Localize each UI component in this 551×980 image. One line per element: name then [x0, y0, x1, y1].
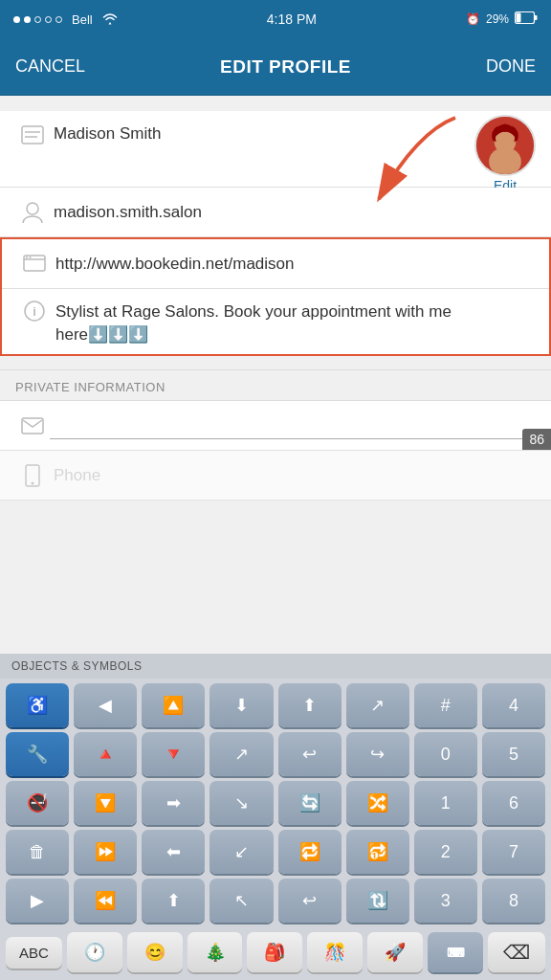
page-title: EDIT PROFILE — [220, 56, 351, 78]
kb-symbols-icon[interactable]: ⌨ — [428, 932, 483, 972]
emoji-key-return-arrow-r[interactable]: ↪ — [346, 732, 409, 776]
status-left: Bell — [13, 11, 118, 28]
kb-celebration-icon[interactable]: 🎊 — [307, 932, 363, 972]
signal-dot-4 — [45, 16, 52, 23]
emoji-key-left-arrow-2[interactable]: ⬅ — [142, 830, 205, 874]
svg-point-13 — [30, 256, 32, 258]
emoji-key-cycle[interactable]: 🔄 — [278, 781, 342, 825]
status-bar: Bell 4:18 PM ⏰ 29% — [0, 0, 551, 38]
emoji-key-down-arrow[interactable]: ⬇ — [209, 683, 273, 727]
battery-percent: 29% — [486, 12, 509, 26]
kb-activity-icon[interactable]: 🎒 — [247, 932, 302, 972]
phone-value[interactable]: Phone — [50, 466, 536, 485]
emoji-key-se-arrow[interactable]: ↘ — [209, 781, 273, 825]
emoji-key-0[interactable]: 0 — [414, 732, 477, 776]
emoji-key-3[interactable]: 3 — [414, 879, 477, 923]
delete-key[interactable]: ⌫ — [488, 932, 545, 972]
battery-icon — [515, 11, 538, 27]
emoji-grid: ♿ ◀ 🔼 ⬇ ⬆ ↗ # 4 🔧 🔺 🔻 ↗ ↩ ↪ 0 5 🚭 🔽 ➡ ↘ … — [0, 679, 551, 927]
svg-text:i: i — [33, 304, 36, 319]
private-section-label: PRIVATE INFORMATION — [15, 380, 165, 394]
cancel-button[interactable]: CANCEL — [15, 56, 85, 77]
emoji-key-ne-arrow-2[interactable]: ↗ — [209, 732, 273, 776]
name-icon — [15, 124, 50, 145]
email-value[interactable] — [50, 412, 536, 439]
emoji-key-right-arrow[interactable]: ➡ — [142, 781, 205, 825]
emoji-key-hash[interactable]: # — [414, 683, 477, 727]
emoji-key-8[interactable]: 8 — [482, 879, 545, 923]
emoji-key-play[interactable]: ▶ — [6, 879, 69, 923]
emoji-key-7[interactable]: 7 — [482, 830, 545, 874]
svg-rect-1 — [534, 15, 537, 20]
emoji-key-6[interactable]: 6 — [482, 781, 545, 825]
bio-field-row[interactable]: i Stylist at Rage Salons. Book your appo… — [2, 289, 549, 354]
emoji-key-fast-forward[interactable]: ⏩ — [74, 830, 137, 874]
kb-tree-icon[interactable]: 🎄 — [187, 932, 243, 972]
alarm-icon: ⏰ — [466, 12, 480, 26]
username-value[interactable]: madison.smith.salon — [50, 203, 536, 222]
emoji-key-up-red-triangle[interactable]: 🔺 — [74, 732, 137, 776]
nav-bar: CANCEL EDIT PROFILE DONE — [0, 38, 551, 96]
status-time: 4:18 PM — [267, 11, 317, 27]
keyboard-section-label: OBJECTS & SYMBOLS — [0, 654, 551, 679]
emoji-key-repeat[interactable]: 🔁 — [278, 830, 342, 874]
emoji-key-no-smoking[interactable]: 🚭 — [6, 781, 69, 825]
emoji-key-redo[interactable]: 🔃 — [346, 879, 409, 923]
phone-field-row[interactable]: Phone — [0, 451, 551, 501]
emoji-key-1[interactable]: 1 — [414, 781, 477, 825]
keyboard-container: OBJECTS & SYMBOLS ♿ ◀ 🔼 ⬇ ⬆ ↗ # 4 🔧 🔺 🔻 … — [0, 654, 551, 980]
website-value[interactable]: http://www.bookedin.net/madison — [52, 255, 534, 274]
bio-value[interactable]: Stylist at Rage Salons. Book your appoin… — [52, 301, 534, 346]
signal-dot-1 — [13, 16, 20, 23]
emoji-key-sw-arrow[interactable]: ↙ — [209, 830, 273, 874]
name-value[interactable]: Madison Smith — [50, 124, 536, 144]
emoji-key-2[interactable]: 2 — [414, 830, 477, 874]
username-field-row: madison.smith.salon — [0, 188, 551, 237]
svg-point-9 — [27, 203, 38, 214]
emoji-key-5[interactable]: 5 — [482, 732, 545, 776]
emoji-key-return-arrow[interactable]: ↩ — [278, 732, 342, 776]
kb-emoji-icon[interactable]: 😊 — [127, 932, 183, 972]
emoji-key-up-triangle[interactable]: 🔼 — [142, 683, 205, 727]
char-count-badge: 86 — [522, 429, 551, 450]
private-section-header: PRIVATE INFORMATION — [0, 369, 551, 401]
signal-dot-5 — [55, 16, 62, 23]
emoji-key-down-red-triangle[interactable]: 🔻 — [142, 732, 205, 776]
website-field-row[interactable]: http://www.bookedin.net/madison — [2, 239, 549, 289]
svg-rect-2 — [516, 13, 520, 23]
emoji-key-shuffle[interactable]: 🔀 — [346, 781, 409, 825]
emoji-key-rewind[interactable]: ⏪ — [74, 879, 137, 923]
emoji-key-4[interactable]: 4 — [482, 683, 545, 727]
email-icon — [15, 417, 50, 434]
status-right: ⏰ 29% — [466, 11, 538, 27]
emoji-key-repeat-once[interactable]: 🔂 — [346, 830, 409, 874]
emoji-key-wheelchair[interactable]: ♿ — [6, 683, 69, 727]
username-icon — [15, 201, 50, 224]
emoji-key-up-arrow[interactable]: ⬆ — [278, 683, 342, 727]
svg-point-12 — [26, 256, 28, 258]
svg-rect-17 — [22, 418, 43, 434]
emoji-key-left-arrow[interactable]: ◀ — [74, 683, 137, 727]
avatar-area: Edit — [474, 115, 536, 193]
bio-icon: i — [17, 301, 52, 322]
wifi-icon — [102, 11, 118, 28]
phone-icon — [15, 464, 50, 487]
website-icon — [17, 255, 52, 274]
kb-travel-icon[interactable]: 🚀 — [367, 932, 423, 972]
emoji-key-wrench[interactable]: 🔧 — [6, 732, 69, 776]
emoji-key-trash[interactable]: 🗑 — [6, 830, 69, 874]
done-button[interactable]: DONE — [486, 56, 536, 77]
emoji-key-undo[interactable]: ↩ — [278, 879, 342, 923]
kb-clock-icon[interactable]: 🕐 — [67, 932, 122, 972]
emoji-key-ne-arrow[interactable]: ↗ — [346, 683, 409, 727]
signal-dot-3 — [34, 16, 41, 23]
email-field-row[interactable]: 86 — [0, 401, 551, 451]
abc-button[interactable]: ABC — [6, 937, 62, 969]
signal-dot-2 — [24, 16, 31, 23]
svg-point-19 — [32, 481, 34, 484]
emoji-key-up-arrow-2[interactable]: ⬆ — [142, 879, 205, 923]
emoji-key-nw-arrow[interactable]: ↖ — [209, 879, 273, 923]
keyboard-bottom-row: ABC 🕐 😊 🎄 🎒 🎊 🚀 ⌨ ⌫ — [0, 927, 551, 980]
highlight-box: http://www.bookedin.net/madison i Stylis… — [0, 237, 551, 356]
emoji-key-down-arrow-2[interactable]: 🔽 — [74, 781, 137, 825]
